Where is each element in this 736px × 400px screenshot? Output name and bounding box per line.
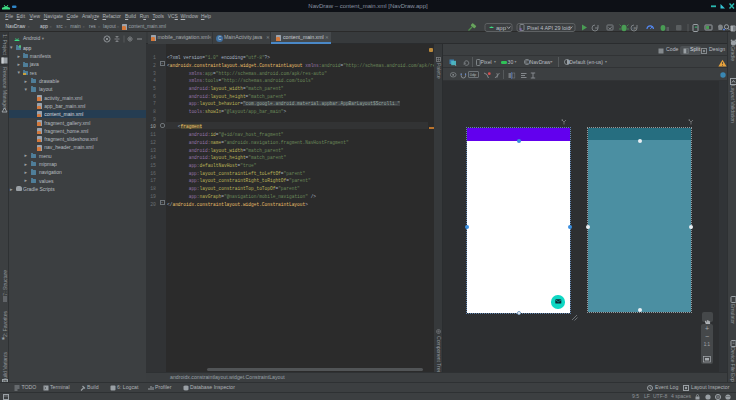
svg-text:app: app [496,25,507,31]
svg-text:Pixel 4 API 29 loid: Pixel 4 API 29 loid [527,25,570,31]
svg-text:G: G [633,26,636,31]
